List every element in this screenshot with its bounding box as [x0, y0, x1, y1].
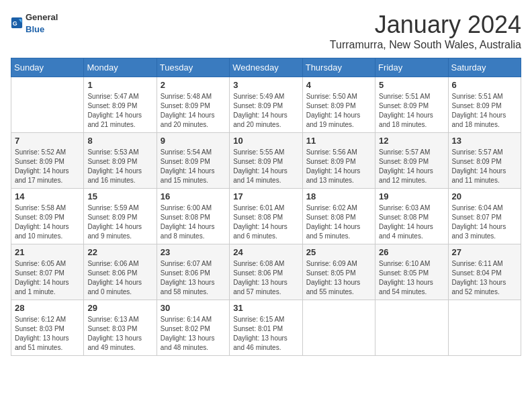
- day-number: 24: [233, 247, 298, 257]
- calendar-cell: 1Sunrise: 5:47 AM Sunset: 8:09 PM Daylig…: [84, 77, 157, 133]
- calendar-header-thursday: Thursday: [302, 58, 375, 77]
- day-number: 5: [379, 80, 444, 90]
- calendar-week-1: 7Sunrise: 5:52 AM Sunset: 8:09 PM Daylig…: [11, 133, 521, 189]
- logo: G General Blue: [11, 11, 58, 35]
- title-area: January 2024 Turramurra, New South Wales…: [330, 11, 521, 51]
- calendar-header-monday: Monday: [84, 58, 157, 77]
- calendar-cell: 16Sunrise: 6:00 AM Sunset: 8:08 PM Dayli…: [157, 189, 229, 244]
- calendar-header-sunday: Sunday: [11, 58, 84, 77]
- calendar-cell: 9Sunrise: 5:54 AM Sunset: 8:09 PM Daylig…: [157, 133, 229, 189]
- calendar-cell: [448, 300, 521, 356]
- calendar-week-2: 14Sunrise: 5:58 AM Sunset: 8:09 PM Dayli…: [11, 189, 521, 244]
- calendar-cell: 5Sunrise: 5:51 AM Sunset: 8:09 PM Daylig…: [375, 77, 448, 133]
- day-number: 14: [15, 191, 80, 201]
- calendar-header-tuesday: Tuesday: [157, 58, 229, 77]
- day-info: Sunrise: 6:12 AM Sunset: 8:03 PM Dayligh…: [15, 315, 80, 353]
- calendar-cell: 6Sunrise: 5:51 AM Sunset: 8:09 PM Daylig…: [448, 77, 521, 133]
- day-info: Sunrise: 5:53 AM Sunset: 8:09 PM Dayligh…: [87, 148, 152, 185]
- day-number: 12: [379, 136, 444, 146]
- calendar-cell: 22Sunrise: 6:06 AM Sunset: 8:06 PM Dayli…: [84, 244, 157, 300]
- day-number: 22: [87, 247, 152, 257]
- day-info: Sunrise: 5:57 AM Sunset: 8:09 PM Dayligh…: [452, 148, 517, 185]
- location-title: Turramurra, New South Wales, Australia: [330, 39, 521, 51]
- day-number: 8: [87, 136, 152, 146]
- day-info: Sunrise: 6:15 AM Sunset: 8:01 PM Dayligh…: [233, 315, 298, 353]
- calendar-cell: [302, 300, 375, 356]
- calendar-cell: 31Sunrise: 6:15 AM Sunset: 8:01 PM Dayli…: [230, 300, 302, 356]
- day-number: 15: [87, 191, 152, 201]
- day-number: 11: [306, 136, 371, 146]
- day-info: Sunrise: 6:00 AM Sunset: 8:08 PM Dayligh…: [161, 203, 226, 241]
- calendar-cell: 23Sunrise: 6:07 AM Sunset: 8:06 PM Dayli…: [157, 244, 229, 300]
- calendar-cell: 21Sunrise: 6:05 AM Sunset: 8:07 PM Dayli…: [11, 244, 84, 300]
- calendar: SundayMondayTuesdayWednesdayThursdayFrid…: [11, 58, 521, 356]
- calendar-week-4: 28Sunrise: 6:12 AM Sunset: 8:03 PM Dayli…: [11, 300, 521, 356]
- calendar-cell: 14Sunrise: 5:58 AM Sunset: 8:09 PM Dayli…: [11, 189, 84, 244]
- logo-general: General: [26, 12, 58, 22]
- day-info: Sunrise: 5:52 AM Sunset: 8:09 PM Dayligh…: [15, 148, 80, 185]
- day-info: Sunrise: 6:14 AM Sunset: 8:02 PM Dayligh…: [161, 315, 226, 353]
- day-info: Sunrise: 6:02 AM Sunset: 8:08 PM Dayligh…: [306, 203, 371, 241]
- day-info: Sunrise: 6:06 AM Sunset: 8:06 PM Dayligh…: [87, 259, 152, 297]
- day-info: Sunrise: 6:07 AM Sunset: 8:06 PM Dayligh…: [161, 259, 226, 297]
- day-info: Sunrise: 6:13 AM Sunset: 8:03 PM Dayligh…: [87, 315, 152, 353]
- calendar-cell: 24Sunrise: 6:08 AM Sunset: 8:06 PM Dayli…: [230, 244, 302, 300]
- day-info: Sunrise: 6:04 AM Sunset: 8:07 PM Dayligh…: [452, 203, 517, 241]
- day-number: 9: [161, 136, 226, 146]
- calendar-cell: 4Sunrise: 5:50 AM Sunset: 8:09 PM Daylig…: [302, 77, 375, 133]
- day-number: 17: [233, 191, 298, 201]
- day-info: Sunrise: 5:51 AM Sunset: 8:09 PM Dayligh…: [452, 92, 517, 130]
- calendar-cell: 2Sunrise: 5:48 AM Sunset: 8:09 PM Daylig…: [157, 77, 229, 133]
- logo-blue: Blue: [26, 24, 44, 34]
- day-info: Sunrise: 5:50 AM Sunset: 8:09 PM Dayligh…: [306, 92, 371, 130]
- day-info: Sunrise: 5:55 AM Sunset: 8:09 PM Dayligh…: [233, 148, 298, 185]
- calendar-cell: 20Sunrise: 6:04 AM Sunset: 8:07 PM Dayli…: [448, 189, 521, 244]
- day-info: Sunrise: 5:49 AM Sunset: 8:09 PM Dayligh…: [233, 92, 298, 130]
- calendar-cell: 25Sunrise: 6:09 AM Sunset: 8:05 PM Dayli…: [302, 244, 375, 300]
- calendar-cell: 8Sunrise: 5:53 AM Sunset: 8:09 PM Daylig…: [84, 133, 157, 189]
- day-number: 3: [233, 80, 298, 90]
- calendar-cell: 29Sunrise: 6:13 AM Sunset: 8:03 PM Dayli…: [84, 300, 157, 356]
- day-number: 1: [87, 80, 152, 90]
- day-number: 6: [452, 80, 517, 90]
- calendar-header-saturday: Saturday: [448, 58, 521, 77]
- day-info: Sunrise: 5:48 AM Sunset: 8:09 PM Dayligh…: [161, 92, 226, 130]
- calendar-cell: 27Sunrise: 6:11 AM Sunset: 8:04 PM Dayli…: [448, 244, 521, 300]
- calendar-cell: [11, 77, 84, 133]
- day-info: Sunrise: 5:54 AM Sunset: 8:09 PM Dayligh…: [161, 148, 226, 185]
- calendar-week-3: 21Sunrise: 6:05 AM Sunset: 8:07 PM Dayli…: [11, 244, 521, 300]
- calendar-cell: 7Sunrise: 5:52 AM Sunset: 8:09 PM Daylig…: [11, 133, 84, 189]
- calendar-cell: 30Sunrise: 6:14 AM Sunset: 8:02 PM Dayli…: [157, 300, 229, 356]
- svg-text:G: G: [13, 20, 17, 27]
- calendar-cell: 19Sunrise: 6:03 AM Sunset: 8:08 PM Dayli…: [375, 189, 448, 244]
- day-info: Sunrise: 6:09 AM Sunset: 8:05 PM Dayligh…: [306, 259, 371, 297]
- calendar-cell: 13Sunrise: 5:57 AM Sunset: 8:09 PM Dayli…: [448, 133, 521, 189]
- day-number: 31: [233, 303, 298, 313]
- day-number: 25: [306, 247, 371, 257]
- day-number: 20: [452, 191, 517, 201]
- day-number: 13: [452, 136, 517, 146]
- day-number: 4: [306, 80, 371, 90]
- day-info: Sunrise: 5:56 AM Sunset: 8:09 PM Dayligh…: [306, 148, 371, 185]
- day-info: Sunrise: 5:47 AM Sunset: 8:09 PM Dayligh…: [87, 92, 152, 130]
- day-number: 27: [452, 247, 517, 257]
- day-number: 16: [161, 191, 226, 201]
- day-number: 19: [379, 191, 444, 201]
- day-info: Sunrise: 6:08 AM Sunset: 8:06 PM Dayligh…: [233, 259, 298, 297]
- calendar-body: 1Sunrise: 5:47 AM Sunset: 8:09 PM Daylig…: [11, 77, 521, 356]
- day-number: 30: [161, 303, 226, 313]
- day-info: Sunrise: 6:03 AM Sunset: 8:08 PM Dayligh…: [379, 203, 444, 241]
- calendar-cell: 12Sunrise: 5:57 AM Sunset: 8:09 PM Dayli…: [375, 133, 448, 189]
- day-info: Sunrise: 5:59 AM Sunset: 8:09 PM Dayligh…: [87, 203, 152, 241]
- calendar-cell: 10Sunrise: 5:55 AM Sunset: 8:09 PM Dayli…: [230, 133, 302, 189]
- day-info: Sunrise: 6:11 AM Sunset: 8:04 PM Dayligh…: [452, 259, 517, 297]
- day-info: Sunrise: 5:58 AM Sunset: 8:09 PM Dayligh…: [15, 203, 80, 241]
- header: G General Blue January 2024 Turramurra, …: [11, 11, 521, 51]
- calendar-cell: 18Sunrise: 6:02 AM Sunset: 8:08 PM Dayli…: [302, 189, 375, 244]
- day-info: Sunrise: 6:05 AM Sunset: 8:07 PM Dayligh…: [15, 259, 80, 297]
- day-number: 23: [161, 247, 226, 257]
- day-number: 29: [87, 303, 152, 313]
- day-number: 28: [15, 303, 80, 313]
- calendar-cell: [375, 300, 448, 356]
- calendar-cell: 28Sunrise: 6:12 AM Sunset: 8:03 PM Dayli…: [11, 300, 84, 356]
